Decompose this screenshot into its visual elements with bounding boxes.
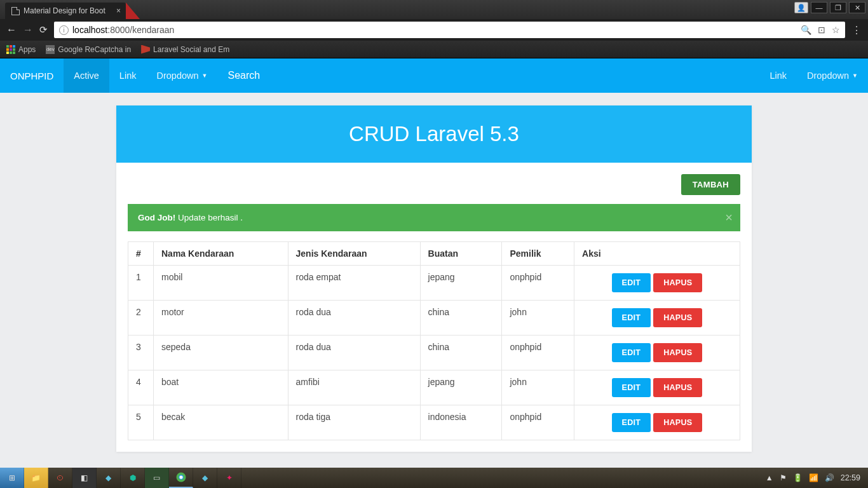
taskbar: ⊞ 📁 ⏲ ◧ ◆ ⬢ ▭ ◆ ✦ ▲ ⚑ 🔋 📶 🔊 22:59 [0, 468, 868, 488]
tray-wifi-icon[interactable]: 📶 [809, 473, 818, 482]
table-row: 4boatamfibijepangjohnEDITHAPUS [128, 370, 740, 405]
edit-button[interactable]: EDIT [612, 378, 651, 397]
tab-title: Material Design for Boot [24, 6, 105, 15]
actions-cell: EDITHAPUS [574, 266, 740, 301]
url-host: localhost [72, 25, 107, 35]
actions-cell: EDITHAPUS [574, 405, 740, 440]
tray-volume-icon[interactable]: 🔊 [825, 473, 834, 482]
edit-button[interactable]: EDIT [612, 273, 651, 292]
table-cell: roda empat [288, 266, 420, 301]
column-header: Nama Kendaraan [154, 242, 288, 266]
taskbar-app[interactable]: ◧ [72, 468, 97, 488]
actions-cell: EDITHAPUS [574, 336, 740, 370]
alert-close-icon[interactable]: × [725, 210, 733, 225]
table-cell: onphpid [502, 266, 574, 301]
bookmark-icon: dev [46, 45, 55, 54]
taskbar-app[interactable]: ▭ [145, 468, 169, 488]
table-cell: 4 [128, 370, 154, 405]
taskbar-app[interactable]: ✦ [217, 468, 241, 488]
column-header: Jenis Kendaraan [288, 242, 420, 266]
address-bar[interactable]: i localhost:8000/kendaraan 🔍 ⊡ ☆ [54, 22, 845, 38]
new-tab-button[interactable] [126, 3, 140, 19]
chrome-icon [175, 471, 187, 483]
taskbar-chrome[interactable] [169, 468, 193, 488]
delete-button[interactable]: HAPUS [653, 413, 702, 432]
forward-button: → [23, 24, 33, 36]
table-row: 3sepedaroda duachinaonphpidEDITHAPUS [128, 336, 740, 370]
table-cell: roda tiga [288, 405, 420, 440]
translate-icon[interactable]: ⊡ [818, 25, 825, 35]
page-viewport: ONPHPID Active Link Dropdown▼ Search Lin… [0, 58, 868, 468]
delete-button[interactable]: HAPUS [653, 308, 702, 327]
apps-button[interactable]: Apps [6, 45, 36, 54]
file-icon [11, 7, 20, 15]
bookmark-item[interactable]: Laravel Social and Em [141, 45, 229, 54]
window-controls: 👤 — ❐ ✕ [794, 2, 865, 13]
bookmark-item[interactable]: dev Google ReCaptcha in [46, 45, 131, 54]
delete-button[interactable]: HAPUS [653, 378, 702, 397]
nav-active[interactable]: Active [64, 58, 109, 93]
column-header: Pemilik [502, 242, 574, 266]
edit-button[interactable]: EDIT [612, 343, 651, 362]
close-window-button[interactable]: ✕ [849, 2, 865, 13]
nav-dropdown-right-label: Dropdown [807, 71, 849, 81]
site-info-icon[interactable]: i [59, 25, 69, 35]
reload-button[interactable]: ⟳ [39, 24, 48, 36]
start-button[interactable]: ⊞ [0, 468, 24, 488]
bookmark-star-icon[interactable]: ☆ [832, 25, 840, 35]
taskbar-app[interactable]: ◆ [193, 468, 217, 488]
nav-dropdown-label: Dropdown [156, 71, 198, 81]
edit-button[interactable]: EDIT [612, 308, 651, 327]
table-cell: china [420, 336, 502, 370]
browser-tab[interactable]: Material Design for Boot × [5, 3, 126, 19]
table-cell: 3 [128, 336, 154, 370]
nav-search[interactable]: Search [217, 70, 270, 81]
table-cell: onphpid [502, 405, 574, 440]
table-cell: 2 [128, 301, 154, 336]
taskbar-app[interactable]: ⬢ [121, 468, 145, 488]
nav-link[interactable]: Link [109, 58, 147, 93]
close-icon[interactable]: × [116, 6, 121, 15]
minimize-button[interactable]: — [811, 2, 827, 13]
tray-battery-icon[interactable]: 🔋 [793, 473, 803, 482]
table-cell: china [420, 301, 502, 336]
page-title: CRUD Laravel 5.3 [116, 105, 752, 163]
svg-point-2 [179, 475, 182, 478]
edit-button[interactable]: EDIT [612, 413, 651, 432]
table-cell: indonesia [420, 405, 502, 440]
nav-dropdown-right[interactable]: Dropdown▼ [797, 58, 868, 93]
table-cell: john [502, 370, 574, 405]
data-table: #Nama KendaraanJenis KendaraanBuatanPemi… [128, 241, 740, 440]
zoom-icon[interactable]: 🔍 [801, 25, 811, 35]
table-cell: amfibi [288, 370, 420, 405]
table-cell: onphpid [502, 336, 574, 370]
brand[interactable]: ONPHPID [0, 71, 64, 81]
table-row: 1mobilroda empatjepangonphpidEDITHAPUS [128, 266, 740, 301]
browser-tabstrip: Material Design for Boot × 👤 — ❐ ✕ [0, 0, 868, 19]
table-cell: roda dua [288, 336, 420, 370]
table-cell: jepang [420, 266, 502, 301]
taskbar-app[interactable]: ◆ [97, 468, 121, 488]
nav-link-right[interactable]: Link [759, 58, 797, 93]
alert-strong: God Job! [138, 213, 175, 222]
clock[interactable]: 22:59 [841, 473, 860, 482]
back-button[interactable]: ← [6, 24, 17, 36]
table-cell: john [502, 301, 574, 336]
bookmarks-bar: Apps dev Google ReCaptcha in Laravel Soc… [0, 41, 868, 58]
alert-text: Update berhasil . [175, 213, 243, 222]
success-alert: God Job! Update berhasil . × [128, 204, 740, 231]
tray-chevron-up-icon[interactable]: ▲ [766, 473, 773, 482]
nav-dropdown[interactable]: Dropdown▼ [146, 58, 217, 93]
taskbar-app[interactable]: ⏲ [48, 468, 72, 488]
maximize-button[interactable]: ❐ [830, 2, 846, 13]
tray-flag-icon[interactable]: ⚑ [780, 473, 787, 482]
delete-button[interactable]: HAPUS [653, 273, 702, 292]
delete-button[interactable]: HAPUS [653, 343, 702, 362]
table-row: 5becakroda tigaindonesiaonphpidEDITHAPUS [128, 405, 740, 440]
profile-button[interactable]: 👤 [794, 2, 808, 13]
main-card: CRUD Laravel 5.3 TAMBAH God Job! Update … [116, 105, 752, 452]
browser-menu-icon[interactable]: ⋮ [851, 24, 862, 36]
taskbar-explorer[interactable]: 📁 [24, 468, 48, 488]
add-button[interactable]: TAMBAH [681, 174, 740, 195]
table-cell: roda dua [288, 301, 420, 336]
